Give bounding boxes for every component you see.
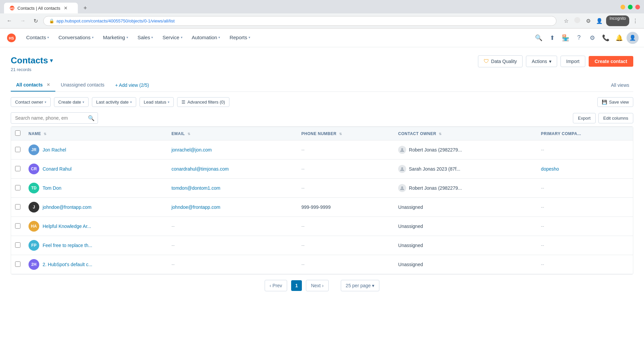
contact-email-link[interactable]: tomdon@dontom1.com (171, 185, 220, 191)
forward-button[interactable]: → (17, 16, 28, 25)
nav-items: Contacts ▾ Conversations ▾ Marketing ▾ S… (21, 28, 533, 47)
tab-title: Contacts | All contacts (17, 6, 60, 11)
add-view-button[interactable]: + Add view (2/5) (110, 79, 154, 91)
reports-chevron-icon: ▾ (249, 36, 250, 39)
owner-cell: Robert Jonas (2982279... (394, 140, 537, 160)
phone-cell: -- (297, 179, 394, 198)
edit-columns-button[interactable]: Edit columns (598, 113, 633, 123)
nav-item-service[interactable]: Service ▾ (158, 28, 187, 47)
help-button[interactable]: ? (573, 32, 585, 44)
tab-close-all-contacts[interactable]: ✕ (47, 82, 50, 87)
export-button[interactable]: Export (573, 113, 596, 123)
email-cell: -- (167, 255, 297, 274)
owner-column-header[interactable]: CONTACT OWNER ⇅ (394, 127, 537, 140)
page-title[interactable]: Contacts ▾ (11, 55, 53, 66)
prev-page-button[interactable]: ‹ Prev (265, 280, 287, 291)
window-maximize[interactable] (628, 5, 633, 9)
import-button[interactable]: Import (560, 56, 585, 67)
all-views-button[interactable]: All views (607, 80, 633, 90)
save-view-button[interactable]: 💾 Save view (597, 97, 633, 107)
marketplace-button[interactable]: 🏪 (559, 32, 572, 44)
person-icon (400, 186, 405, 190)
name-cell: HAHelpful Knowledge Ar... (24, 217, 167, 236)
row-checkbox[interactable] (15, 242, 20, 248)
nav-item-automation[interactable]: Automation ▾ (187, 28, 225, 47)
nav-item-sales[interactable]: Sales ▾ (133, 28, 158, 47)
bookmark-star-button[interactable]: ☆ (562, 15, 571, 26)
contact-name-link[interactable]: Feel free to replace th... (43, 243, 92, 248)
user-avatar-button[interactable]: 👤 (627, 32, 639, 44)
hubspot-logo[interactable]: HS (5, 32, 17, 44)
nav-item-reports[interactable]: Reports ▾ (225, 28, 255, 47)
contact-email-link[interactable]: johndoe@frontapp.com (171, 204, 220, 210)
contact-name-link[interactable]: Jon Rachel (43, 147, 66, 153)
browser-titlebar: HS Contacts | All contacts ✕ + (0, 0, 644, 13)
profile-button[interactable]: 👤 (594, 15, 605, 26)
data-quality-button[interactable]: 🛡 Data Quality (478, 55, 523, 67)
row-checkbox[interactable] (15, 147, 20, 152)
contacts-table-wrapper: NAME ⇅ EMAIL ⇅ PHONE NUMBER ⇅ CONTACT (11, 126, 633, 275)
tab-all-contacts[interactable]: All contacts ✕ (11, 79, 55, 92)
phone-column-header[interactable]: PHONE NUMBER ⇅ (297, 127, 394, 140)
next-page-button[interactable]: Next › (306, 280, 328, 291)
row-checkbox[interactable] (15, 204, 20, 209)
row-checkbox[interactable] (15, 223, 20, 229)
email-column-header[interactable]: EMAIL ⇅ (167, 127, 297, 140)
tab-unassigned-contacts[interactable]: Unassigned contacts (55, 79, 110, 92)
contact-name-link[interactable]: johndoe@frontapp.com (43, 204, 92, 210)
new-tab-button[interactable]: + (80, 3, 90, 13)
browser-tab[interactable]: HS Contacts | All contacts ✕ (4, 3, 78, 13)
select-all-checkbox[interactable] (15, 130, 20, 136)
advanced-filters-button[interactable]: ☰ Advanced filters (0) (177, 97, 229, 107)
logo-icon: HS (7, 33, 16, 43)
reload-button[interactable]: ↻ (31, 16, 41, 25)
contact-owner-filter[interactable]: Contact owner ▾ (11, 97, 51, 107)
actions-button[interactable]: Actions ▾ (526, 56, 557, 67)
create-date-filter[interactable]: Create date ▾ (54, 97, 89, 107)
lead-status-filter[interactable]: Lead status ▾ (140, 97, 174, 107)
contact-name-link[interactable]: 2. HubSpot's default c... (43, 262, 92, 267)
settings-nav-button[interactable]: ⚙ (586, 32, 598, 44)
contact-name-link[interactable]: Helpful Knowledge Ar... (43, 224, 91, 229)
nav-item-conversations[interactable]: Conversations ▾ (54, 28, 98, 47)
table-row: 2H2. HubSpot's default c...----Unassigne… (11, 255, 633, 274)
name-column-header[interactable]: NAME ⇅ (24, 127, 167, 140)
email-empty: -- (171, 224, 174, 229)
contact-avatar: JR (29, 144, 39, 155)
contact-name-link[interactable]: Conard Rahul (43, 166, 71, 172)
phone-button[interactable]: 📞 (600, 32, 612, 44)
contact-name-link[interactable]: Tom Don (43, 185, 61, 191)
address-bar[interactable]: 🔒 app.hubspot.com/contacts/40055750/obje… (43, 16, 556, 26)
owner-cell: Sarah Jonas 2023 (87f... (394, 160, 537, 179)
row-checkbox[interactable] (15, 261, 20, 267)
settings-nav-icon: ⚙ (590, 34, 595, 42)
current-page-number[interactable]: 1 (291, 280, 302, 291)
per-page-button[interactable]: 25 per page ▾ (341, 280, 380, 291)
tab-close-button[interactable]: ✕ (63, 5, 68, 11)
back-button[interactable]: ← (4, 16, 15, 25)
create-contact-button[interactable]: Create contact (589, 56, 633, 67)
name-cell: TDTom Don (24, 179, 167, 198)
search-input[interactable] (11, 112, 98, 124)
nav-item-marketing[interactable]: Marketing ▾ (98, 28, 133, 47)
phone-value: 999-999-9999 (301, 204, 330, 210)
nav-right-actions: 🔍 ⬆ 🏪 ? ⚙ 📞 🔔 👤 (533, 32, 639, 44)
settings-button[interactable]: ⚙ (584, 15, 593, 26)
contact-email-link[interactable]: conardrahul@timjonas.com (171, 166, 229, 172)
search-button[interactable]: 🔍 (533, 32, 545, 44)
hubspot-extension-button[interactable] (572, 15, 583, 26)
company-column-header[interactable]: PRIMARY COMPA... (537, 127, 633, 140)
row-checkbox[interactable] (15, 185, 20, 190)
name-cell: CRConard Rahul (24, 160, 167, 179)
window-close[interactable] (635, 5, 640, 9)
nav-item-contacts[interactable]: Contacts ▾ (21, 28, 54, 47)
upgrade-button[interactable]: ⬆ (546, 32, 558, 44)
company-link[interactable]: dopesho (541, 166, 559, 172)
row-checkbox[interactable] (15, 166, 20, 171)
contact-email-link[interactable]: jonrachel@jon.com (171, 147, 212, 153)
more-button[interactable]: ⋮ (631, 15, 640, 26)
window-minimize[interactable] (621, 5, 625, 9)
notifications-button[interactable]: 🔔 (613, 32, 625, 44)
last-activity-date-filter[interactable]: Last activity date ▾ (92, 97, 136, 107)
owner-cell: Robert Jonas (2982279... (394, 179, 537, 198)
